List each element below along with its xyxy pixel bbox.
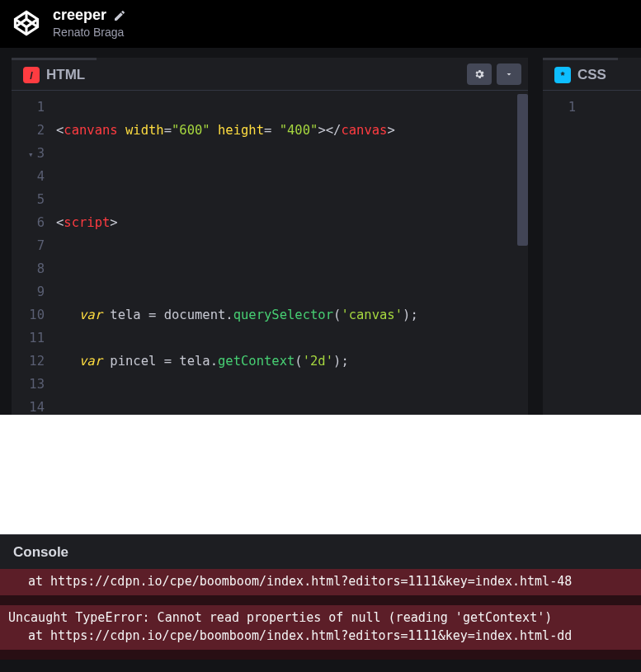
- error-trace: at https://cdpn.io/cpe/boomboom/index.ht…: [8, 572, 633, 590]
- html-editor-panel: / HTML 1 2 3 4 5 6 7 8 9: [12, 58, 528, 415]
- console-header[interactable]: Console: [0, 534, 641, 569]
- error-message: Uncaught TypeError: Cannot read properti…: [8, 609, 633, 627]
- code-content[interactable]: <canvans width="600" height= "400"></can…: [56, 91, 528, 415]
- css-code-content[interactable]: [587, 91, 641, 415]
- line-gutter: 1 2 3 4 5 6 7 8 9 10 11 12 13 14: [12, 91, 56, 415]
- edit-icon[interactable]: [113, 9, 126, 22]
- css-tab-label: CSS: [577, 67, 606, 83]
- css-editor-panel: * CSS 1: [543, 58, 641, 415]
- console-body[interactable]: at https://cdpn.io/cpe/boomboom/index.ht…: [0, 569, 641, 660]
- css-panel-header: * CSS: [543, 58, 641, 91]
- error-trace: at https://cdpn.io/cpe/boomboom/index.ht…: [8, 627, 633, 645]
- tab-css[interactable]: * CSS: [543, 58, 618, 90]
- tab-html[interactable]: / HTML: [12, 58, 97, 90]
- css-code-editor[interactable]: 1: [543, 91, 641, 415]
- scrollbar-thumb[interactable]: [517, 94, 528, 246]
- gear-icon: [474, 68, 485, 80]
- console-error: at https://cdpn.io/cpe/boomboom/index.ht…: [0, 569, 641, 605]
- css-gutter: 1: [543, 91, 587, 415]
- html-panel-header: / HTML: [12, 58, 528, 91]
- css-badge-icon: *: [554, 67, 571, 83]
- editors-row: / HTML 1 2 3 4 5 6 7 8 9: [0, 47, 641, 415]
- codepen-logo[interactable]: [12, 8, 41, 38]
- pen-title[interactable]: creeper: [53, 7, 106, 24]
- app-header: creeper Renato Braga: [0, 0, 641, 47]
- output-preview[interactable]: [0, 415, 641, 534]
- html-tab-label: HTML: [46, 67, 85, 83]
- cube-icon: [12, 9, 40, 37]
- settings-button[interactable]: [467, 63, 492, 85]
- html-badge-icon: /: [23, 67, 40, 83]
- pen-author[interactable]: Renato Braga: [53, 26, 126, 39]
- console-error: Uncaught TypeError: Cannot read properti…: [0, 605, 641, 660]
- chevron-down-icon: [504, 69, 514, 79]
- console-label: Console: [13, 544, 68, 561]
- html-code-editor[interactable]: 1 2 3 4 5 6 7 8 9 10 11 12 13 14 <canvan…: [12, 91, 528, 415]
- dropdown-button[interactable]: [497, 63, 521, 85]
